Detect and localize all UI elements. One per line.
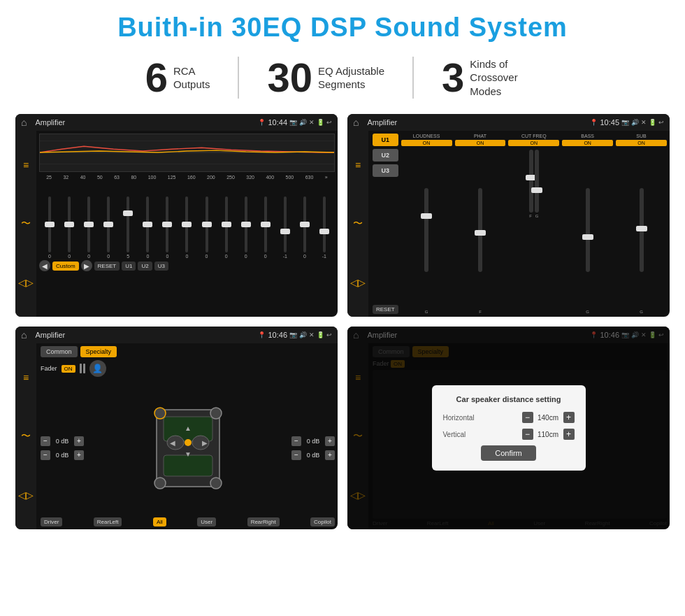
crossover-phat-slider[interactable]	[478, 188, 482, 272]
fader-fr-value: 0 dB	[303, 438, 323, 445]
eq-play-button[interactable]: ▶	[81, 260, 92, 271]
fader-title: Amplifier	[35, 331, 254, 339]
eq-cam-icon: 📷	[289, 119, 297, 126]
svg-point-12	[210, 478, 222, 489]
page-title: Buith-in 30EQ DSP Sound System	[0, 0, 685, 50]
fader-toggle[interactable]: ON	[62, 365, 75, 373]
distance-vertical-label: Vertical	[443, 431, 518, 438]
crossover-cutfreq-f-slider[interactable]	[529, 150, 533, 213]
eq-back-icon[interactable]: ↩	[326, 119, 332, 126]
distance-horizontal-minus[interactable]: −	[522, 412, 533, 423]
fader-back-icon[interactable]: ↩	[326, 331, 332, 338]
fader-copilot-button[interactable]: Copilot	[310, 517, 335, 527]
crossover-eq-icon[interactable]: ≡	[355, 159, 361, 171]
fader-rearleft-button[interactable]: RearLeft	[94, 517, 122, 527]
fader-wave-icon[interactable]: 〜	[21, 430, 31, 443]
fader-driver-button[interactable]: Driver	[41, 517, 62, 527]
crossover-cutfreq-g-slider[interactable]	[535, 150, 539, 213]
eq-slider-14[interactable]: 0	[296, 196, 314, 259]
distance-horizontal-plus[interactable]: +	[563, 412, 575, 423]
eq-slider-3[interactable]: 0	[80, 196, 98, 259]
eq-slider-2[interactable]: 0	[60, 196, 78, 259]
eq-batt-icon: 🔋	[317, 119, 324, 126]
crossover-batt-icon: 🔋	[649, 119, 656, 126]
crossover-u3-button[interactable]: U3	[373, 164, 398, 177]
crossover-title: Amplifier	[367, 118, 586, 127]
crossover-back-icon[interactable]: ↩	[658, 119, 664, 126]
sidebar-vol-icon[interactable]: ◁▷	[18, 277, 34, 288]
fader-user-button[interactable]: User	[197, 517, 216, 527]
eq-slider-15[interactable]: -1	[315, 196, 333, 259]
car-diagram: ▲ ▼ ◀ ▶	[146, 399, 230, 497]
eq-slider-13[interactable]: -1	[276, 196, 294, 259]
eq-reset-button[interactable]: RESET	[94, 262, 120, 271]
stat-crossover-number: 3	[442, 57, 464, 98]
person-icon: 👤	[89, 360, 106, 377]
crossover-u1-button[interactable]: U1	[373, 134, 398, 146]
fader-rl-plus[interactable]: +	[74, 450, 84, 460]
fader-common-tab[interactable]: Common	[41, 346, 78, 357]
crossover-mode-buttons: U1 U2 U3 RESET	[373, 134, 398, 314]
eq-left-sidebar: ≡ 〜 ◁▷	[15, 131, 36, 317]
fader-rearright-button[interactable]: RearRight	[247, 517, 280, 527]
crossover-pin-icon: 📍	[590, 119, 598, 126]
fader-vol-icon[interactable]: ◁▷	[18, 489, 34, 501]
fader-cam-icon: 📷	[289, 331, 297, 338]
crossover-bass-slider[interactable]	[586, 188, 590, 272]
eq-prev-button[interactable]: ◀	[39, 260, 50, 271]
crossover-loudness-slider[interactable]	[424, 188, 428, 272]
crossover-cam-icon: 📷	[621, 119, 629, 126]
eq-slider-6[interactable]: 0	[138, 196, 157, 259]
eq-slider-11[interactable]: 0	[237, 196, 255, 259]
distance-vertical-plus[interactable]: +	[563, 429, 575, 440]
fader-time: 10:46	[268, 331, 287, 339]
crossover-left-sidebar: ≡ 〜 ◁▷	[347, 131, 368, 317]
fader-fr-minus[interactable]: −	[291, 436, 301, 446]
eq-slider-5[interactable]: 5	[119, 196, 137, 259]
crossover-home-icon[interactable]: ⌂	[353, 117, 359, 128]
eq-slider-8[interactable]: 0	[178, 196, 196, 259]
fader-home-icon[interactable]: ⌂	[21, 329, 27, 341]
eq-u3-button[interactable]: U3	[154, 262, 168, 271]
crossover-vol-icon[interactable]: ◁▷	[350, 277, 366, 288]
crossover-wifi-icon: ✕	[641, 119, 647, 126]
fader-content: Common Specialty Fader ON 👤 − 0 dB	[38, 343, 338, 529]
fader-fr-plus[interactable]: +	[325, 436, 335, 446]
fader-rr-plus[interactable]: +	[325, 450, 335, 460]
fader-all-button[interactable]: All	[153, 517, 166, 527]
crossover-wave-icon[interactable]: 〜	[353, 217, 363, 230]
sidebar-wave-icon[interactable]: 〜	[21, 217, 31, 230]
fader-specialty-tab[interactable]: Specialty	[80, 346, 117, 357]
fader-eq-icon[interactable]: ≡	[23, 372, 29, 383]
eq-slider-10[interactable]: 0	[217, 196, 236, 259]
crossover-sub-slider[interactable]	[640, 188, 644, 272]
fader-label: Fader	[41, 365, 57, 372]
eq-slider-12[interactable]: 0	[257, 196, 275, 259]
fader-fl-plus[interactable]: +	[74, 436, 84, 446]
fader-rr-minus[interactable]: −	[291, 450, 301, 460]
eq-wifi-icon: ✕	[309, 119, 315, 126]
sidebar-eq-icon[interactable]: ≡	[23, 159, 29, 171]
fader-fl-minus[interactable]: −	[41, 436, 50, 446]
eq-custom-button[interactable]: Custom	[52, 262, 79, 271]
eq-slider-9[interactable]: 0	[198, 196, 216, 259]
eq-u2-button[interactable]: U2	[138, 262, 152, 271]
eq-slider-1[interactable]: 0	[41, 196, 59, 259]
eq-slider-4[interactable]: 0	[99, 196, 117, 259]
eq-title: Amplifier	[35, 118, 254, 127]
fader-batt-icon: 🔋	[317, 331, 324, 338]
fader-tabs: Common Specialty	[41, 346, 335, 357]
crossover-content: U1 U2 U3 RESET LOUDNESS ON PHAT ON	[370, 131, 670, 317]
crossover-reset-button[interactable]: RESET	[373, 305, 398, 314]
fader-rl-minus[interactable]: −	[41, 450, 50, 460]
fader-rr-value: 0 dB	[303, 452, 323, 459]
eq-status-bar: ⌂ Amplifier 📍 10:44 📷 🔊 ✕ 🔋 ↩	[15, 114, 338, 131]
crossover-u2-button[interactable]: U2	[373, 149, 398, 162]
eq-slider-7[interactable]: 0	[158, 196, 176, 259]
confirm-button[interactable]: Confirm	[481, 445, 536, 461]
distance-vertical-minus[interactable]: −	[522, 429, 533, 440]
eq-home-icon[interactable]: ⌂	[21, 117, 27, 128]
eq-u1-button[interactable]: U1	[122, 262, 136, 271]
stat-rca-label: RCAOutputs	[173, 64, 210, 92]
stat-rca: 6 RCAOutputs	[117, 57, 238, 98]
